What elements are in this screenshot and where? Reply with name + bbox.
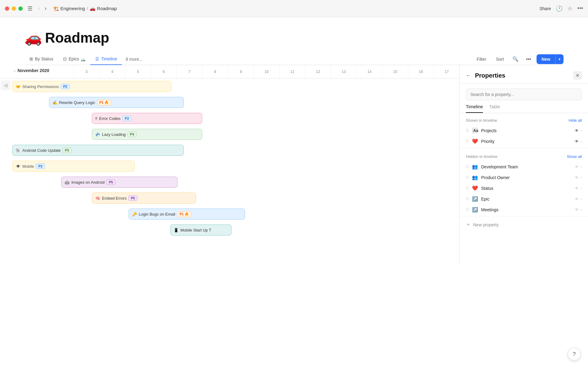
- date-9: 9: [228, 65, 254, 79]
- view-tabs: ⊞ By Status ⊡ Epics 🏔️ ☰ Timeline 8 more…: [24, 53, 564, 65]
- task-mobile[interactable]: 👁️ Mobile P2: [12, 161, 135, 172]
- menu-icon[interactable]: ☰: [28, 5, 32, 12]
- shown-in-timeline-section: Shown in timeline Hide all: [460, 113, 588, 125]
- chevron-icon-epic[interactable]: ›: [581, 197, 582, 201]
- breadcrumb-engineering[interactable]: 🏗️ Engineering: [53, 6, 85, 11]
- visibility-toggle-meetings[interactable]: 👁: [575, 207, 579, 212]
- visibility-toggle-product-owner[interactable]: 👁: [575, 175, 579, 180]
- projects-icon: Aa: [472, 128, 478, 133]
- property-row-projects: ⠿ Aa Projects 👁 ›: [460, 125, 588, 136]
- breadcrumb-roadmap[interactable]: 🚗 Roadmap: [90, 6, 117, 11]
- task-images-on-android[interactable]: 🤖 Images on Android P5: [61, 177, 178, 188]
- section-divider: [460, 148, 588, 148]
- search-icon[interactable]: 🔍: [511, 54, 520, 64]
- chevron-icon-product-owner[interactable]: ›: [581, 175, 582, 180]
- drag-handle-icon[interactable]: ⠿: [466, 197, 469, 201]
- drag-handle-icon[interactable]: ⠿: [466, 139, 469, 144]
- task-sharing-permissions[interactable]: 🤝 Sharing Permissions P2: [12, 81, 172, 92]
- visibility-toggle-priority[interactable]: 👁: [575, 139, 579, 144]
- minimize-button[interactable]: [12, 6, 16, 11]
- task-emoji: 📱: [174, 228, 179, 232]
- chevron-icon-projects[interactable]: ›: [581, 128, 582, 133]
- filter-button[interactable]: Filter: [474, 55, 489, 63]
- epics-icon: ⊡: [63, 56, 67, 61]
- drag-handle-icon[interactable]: ⠿: [466, 128, 469, 133]
- tab-timeline-properties[interactable]: Timeline: [466, 104, 483, 113]
- task-emoji: 🤝: [16, 84, 21, 89]
- panel-back-button[interactable]: ←: [466, 72, 471, 79]
- task-lazy-loading[interactable]: 💤 Lazy Loading P4: [92, 129, 202, 140]
- add-property-button[interactable]: ＋ New property: [460, 218, 588, 232]
- task-embed-errors[interactable]: 🧠 Embed Errors P5: [92, 193, 196, 204]
- more-tabs[interactable]: 8 more...: [122, 54, 146, 65]
- sort-button[interactable]: Sort: [493, 55, 507, 63]
- task-emoji: ✍️: [52, 100, 57, 105]
- panel-close-button[interactable]: ✕: [573, 71, 582, 80]
- new-button-dropdown[interactable]: ▾: [555, 54, 564, 64]
- task-name: Error Codes: [99, 116, 121, 121]
- visibility-toggle-development-team[interactable]: 👁: [575, 164, 579, 169]
- visibility-toggle-projects[interactable]: 👁: [575, 128, 579, 133]
- tab-actions: Filter Sort 🔍 ••• New ▾: [474, 54, 564, 64]
- timeline-main: » November 2020 3 4 5 6 7 8 9 10 11 12 1…: [0, 65, 459, 264]
- tab-epics[interactable]: ⊡ Epics 🏔️: [58, 53, 90, 65]
- drag-handle-icon[interactable]: ⠿: [466, 186, 469, 191]
- new-button[interactable]: New: [537, 54, 555, 64]
- close-button[interactable]: [5, 6, 9, 11]
- prop-label-epic: Epic: [481, 197, 571, 201]
- hide-all-button[interactable]: Hide all: [569, 118, 582, 123]
- page-title: 🚗 Roadmap: [24, 29, 564, 46]
- drag-handle-icon[interactable]: ⠿: [466, 164, 469, 169]
- property-row-status: ⠿ ❤️ Status 👁 ›: [460, 183, 588, 194]
- show-all-button[interactable]: Show all: [567, 154, 582, 159]
- timeline-icon: ☰: [95, 56, 99, 61]
- date-6: 6: [151, 65, 176, 79]
- share-button[interactable]: Share: [540, 6, 551, 11]
- table-row: 🔑 Login Bugs on Email P1 🔥: [0, 206, 459, 222]
- status-icon: ❤️: [472, 185, 478, 191]
- task-emoji: 🧠: [95, 196, 100, 201]
- star-icon[interactable]: ☆: [567, 5, 572, 12]
- task-name: Android Code Update: [22, 148, 61, 153]
- property-search-input[interactable]: [466, 89, 582, 100]
- chevron-icon-development-team[interactable]: ›: [581, 165, 582, 169]
- history-icon[interactable]: 🕐: [556, 5, 563, 12]
- hidden-in-timeline-section: Hidden in timeline Show all: [460, 149, 588, 161]
- task-login-bugs[interactable]: 🔑 Login Bugs on Email P1 🔥: [129, 209, 245, 220]
- date-13: 13: [331, 65, 356, 79]
- maximize-button[interactable]: [18, 6, 23, 11]
- tab-table-properties[interactable]: Table: [489, 104, 500, 113]
- task-rewrite-query-logic[interactable]: ✍️ Rewrite Query Logic P1 🔥: [49, 97, 184, 108]
- task-mobile-startup[interactable]: 📱 Mobile Start Up T: [170, 224, 232, 236]
- task-error-codes[interactable]: ‼️ Error Codes P2: [92, 113, 202, 124]
- help-button[interactable]: ?: [568, 348, 581, 361]
- drag-handle-icon[interactable]: ⠿: [466, 207, 469, 212]
- more-options-icon[interactable]: •••: [577, 5, 583, 12]
- more-actions-icon[interactable]: •••: [524, 55, 533, 64]
- tab-timeline[interactable]: ☰ Timeline: [90, 53, 122, 65]
- tab-by-status[interactable]: ⊞ By Status: [24, 53, 58, 65]
- by-status-icon: ⊞: [29, 56, 33, 61]
- task-emoji: 🐘: [16, 148, 21, 153]
- task-emoji: 🔑: [132, 212, 137, 217]
- visibility-toggle-epic[interactable]: 👁: [575, 197, 579, 201]
- product-owner-icon: 👥: [472, 174, 478, 180]
- prop-label-meetings: Meetings: [481, 207, 571, 212]
- chevron-icon-status[interactable]: ›: [581, 186, 582, 190]
- forward-arrow-icon[interactable]: ›: [43, 5, 48, 12]
- back-arrow-icon[interactable]: ‹: [36, 5, 42, 12]
- drag-handle-icon[interactable]: ⠿: [466, 175, 469, 180]
- page-content: 🚗 Roadmap ⊞ By Status ⊡ Epics 🏔️ ☰ Timel…: [0, 17, 588, 65]
- date-17: 17: [434, 65, 459, 79]
- add-property-plus-icon: ＋: [466, 221, 471, 228]
- task-name: Login Bugs on Email: [139, 212, 175, 217]
- task-name: Mobile: [22, 164, 34, 169]
- visibility-toggle-status[interactable]: 👁: [575, 186, 579, 191]
- nav-arrows: ‹ ›: [36, 5, 48, 12]
- timeline-back-button[interactable]: ◁: [1, 80, 10, 90]
- chevron-icon-meetings[interactable]: ›: [581, 208, 582, 212]
- chevron-icon-priority[interactable]: ›: [581, 139, 582, 144]
- task-android-code-update[interactable]: 🐘 Android Code Update P3: [12, 145, 184, 156]
- date-11: 11: [279, 65, 305, 79]
- table-row: 🤝 Sharing Permissions P2: [0, 79, 459, 94]
